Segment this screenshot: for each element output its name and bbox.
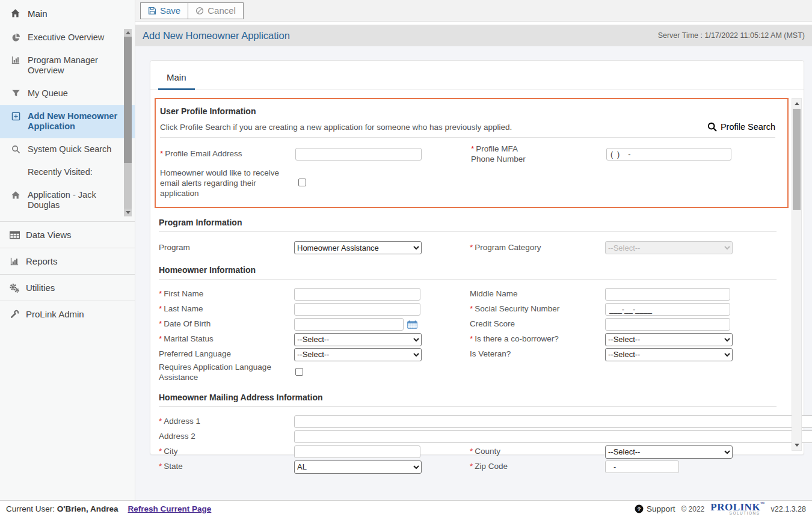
last-name-input[interactable] [294,303,420,316]
user-profile-section: User Profile Information Click Profile S… [155,98,789,208]
tab-main[interactable]: Main [158,67,195,90]
sidebar-item-system-quick-search[interactable]: System Quick Search [0,138,135,161]
sidebar-item-prolink-admin[interactable]: ProLink Admin [0,301,135,327]
form-card: Main User Profile Information Click Prof… [150,60,804,455]
sidebar-item-main[interactable]: Main [0,0,135,26]
profile-email-label: *Profile Email Address [160,149,295,159]
credit-score-input[interactable] [605,318,730,331]
current-user: Current User: O'Brien, Andrea [6,504,118,513]
ssn-input[interactable] [605,303,730,316]
marital-status-select[interactable]: --Select-- [294,333,422,346]
sidebar-item-utilities[interactable]: Utilities [0,274,135,301]
city-input[interactable] [294,445,420,458]
language-assistance-checkbox[interactable] [295,368,303,376]
search-icon [707,122,717,132]
address1-label: *Address 1 [159,417,294,427]
address2-label: Address 2 [159,432,294,442]
county-select[interactable]: --Select-- [605,445,733,459]
sidebar-recently-visited-label: Recently Visited: [0,161,135,184]
page-header: Add New Homeowner Application Server Tim… [135,25,812,46]
refresh-current-page-link[interactable]: Refresh Current Page [128,504,212,513]
scroll-up-arrow[interactable] [124,29,132,37]
sidebar-item-add-new-homeowner-application[interactable]: Add New Homeowner Application [0,105,135,138]
first-name-input[interactable] [294,288,420,301]
marital-status-label: *Marital Status [159,334,294,344]
profile-email-input[interactable] [295,148,422,161]
preferred-language-label: Preferred Language [159,349,294,359]
sidebar-scrollbar[interactable] [124,29,132,216]
page-title: Add New Homeowner Application [143,30,290,41]
scrollbar-thumb[interactable] [793,109,801,210]
dob-input[interactable] [294,318,404,331]
coborrower-select[interactable]: --Select-- [605,333,733,346]
home-icon [10,191,22,200]
state-select[interactable]: AL [294,460,422,474]
profile-description: Click Profile Search if you are creating… [160,123,512,132]
version-label: v22.1.3.28 [771,505,806,513]
is-veteran-select[interactable]: --Select-- [605,348,733,361]
address2-input[interactable] [294,430,812,443]
section-title-homeowner: Homeowner Information [159,265,777,280]
sidebar-item-reports[interactable]: Reports [0,248,135,274]
copyright: © 2022 [681,505,704,513]
coborrower-label: *Is there a co-borrower? [470,334,605,344]
svg-text:?: ? [638,506,641,512]
program-select[interactable]: Homeowner Assistance [294,241,422,254]
content-area: Main User Profile Information Click Prof… [135,46,812,500]
support-link[interactable]: ? Support [635,504,675,513]
pie-chart-icon [10,33,22,42]
scrollbar-thumb[interactable] [124,37,132,163]
save-icon [148,7,156,15]
content-scrollbar[interactable] [792,98,802,451]
cancel-button[interactable]: Cancel [188,2,244,19]
sidebar-item-program-manager-overview[interactable]: Program Manager Overview [0,49,135,82]
email-alerts-label: Homeowner would like to receive email al… [160,168,295,199]
last-name-label: *Last Name [159,304,294,314]
sidebar-item-application-jack-douglas[interactable]: Application - Jack Douglas [0,184,135,217]
preferred-language-select[interactable]: --Select-- [294,348,422,361]
section-title-mailing-address: Homeowner Mailing Address Information [159,393,777,407]
sidebar-item-executive-overview[interactable]: Executive Overview [0,26,135,49]
language-assistance-label: Requires Application Language Assistance [159,363,294,383]
address1-input[interactable] [294,415,812,428]
sidebar: Main Executive Overview Program Manager … [0,0,135,500]
zip-code-label: *Zip Code [470,462,605,472]
sidebar-scroll-area: Executive Overview Program Manager Overv… [0,26,135,221]
first-name-label: *First Name [159,289,294,299]
cancel-icon [195,7,204,15]
scroll-down-arrow[interactable] [792,441,801,450]
home-icon [10,8,20,18]
scroll-down-arrow[interactable] [124,209,132,216]
program-label: Program [159,243,294,253]
scroll-up-arrow[interactable] [792,99,801,108]
sidebar-main-label: Main [28,8,48,19]
sidebar-item-my-queue[interactable]: My Queue [0,82,135,105]
table-icon [8,231,20,239]
email-alerts-checkbox[interactable] [298,179,306,186]
program-category-label: *Program Category [470,243,605,253]
sidebar-item-data-views[interactable]: Data Views [0,221,135,248]
save-button[interactable]: Save [140,2,188,19]
profile-search-button[interactable]: Profile Search [707,122,775,132]
is-veteran-label: Is Veteran? [470,349,605,359]
sidebar-bottom-nav: Data Views Reports Utilities ProLink Adm… [0,221,135,327]
server-time: Server Time : 1/17/2022 11:05:12 AM (MST… [658,31,805,40]
profile-mfa-phone-input[interactable] [606,148,731,161]
middle-name-label: Middle Name [470,289,605,299]
tab-bar: Main [150,61,804,90]
plus-square-icon [10,112,22,121]
program-category-select[interactable]: --Select-- [605,241,733,254]
bar-chart-icon [8,257,20,266]
filter-icon [10,89,22,97]
wrench-icon [8,310,20,319]
sidebar-item-application-cydney-charles[interactable]: Application - Cydney Charles [0,217,135,221]
gears-icon [8,283,20,293]
city-label: *City [159,447,294,457]
section-title-user-profile: User Profile Information [160,104,775,116]
bar-chart-icon [10,56,22,64]
footer: Current User: O'Brien, Andrea Refresh Cu… [0,500,812,517]
middle-name-input[interactable] [605,288,730,301]
calendar-icon[interactable] [407,320,417,329]
zip-code-input[interactable] [605,460,679,473]
section-title-program: Program Information [159,218,777,232]
